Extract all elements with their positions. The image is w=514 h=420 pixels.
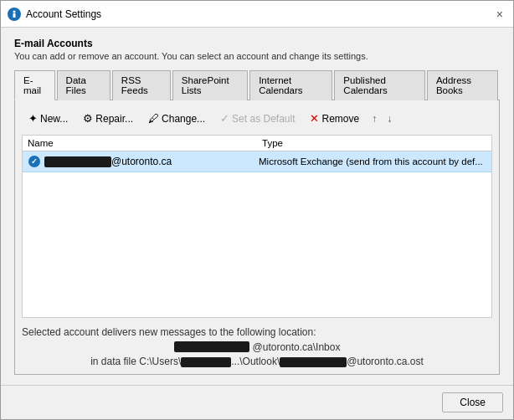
tab-published-calendars[interactable]: Published Calendars: [334, 70, 425, 100]
default-icon: ✓: [220, 112, 229, 125]
move-down-button[interactable]: ↓: [383, 110, 396, 128]
tab-sharepoint-lists[interactable]: SharePoint Lists: [172, 70, 248, 100]
tab-internet-calendars[interactable]: Internet Calendars: [249, 70, 332, 100]
email-tab-panel: ✦ New... ⚙ Repair... 🖊 Change... ✓ Set a…: [14, 100, 500, 375]
delivery-location: @utoronto.ca\Inbox: [22, 341, 492, 353]
remove-button[interactable]: ✕ Remove: [303, 109, 366, 128]
account-settings-dialog: Account Settings × E-mail Accounts You c…: [0, 0, 514, 420]
remove-icon: ✕: [310, 112, 319, 125]
redacted-mailbox: [174, 341, 249, 352]
new-icon: ✦: [28, 112, 38, 125]
set-default-button[interactable]: ✓ Set as Default: [213, 109, 301, 128]
account-type: Microsoft Exchange (send from this accou…: [259, 156, 486, 166]
tab-email[interactable]: E-mail: [14, 70, 55, 100]
redacted-filename: [280, 357, 347, 367]
repair-icon: ⚙: [83, 112, 93, 125]
svg-rect-2: [13, 13, 16, 18]
data-file-path: in data file C:\Users\ ...\Outlook\ @uto…: [22, 356, 492, 367]
main-content: E-mail Accounts You can add or remove an…: [1, 28, 513, 385]
tab-bar: E-mail Data Files RSS Feeds SharePoint L…: [14, 69, 500, 100]
table-row[interactable]: ✓ @utoronto.ca Microsoft Exchange (send …: [23, 151, 491, 172]
dialog-icon: [8, 8, 21, 21]
tab-data-files[interactable]: Data Files: [57, 70, 111, 100]
title-bar: Account Settings ×: [1, 1, 513, 28]
change-icon: 🖊: [148, 112, 159, 125]
column-header-type: Type: [262, 138, 486, 148]
accounts-table: Name Type ✓ @utoronto.ca Microsoft Excha…: [22, 135, 492, 318]
tab-rss-feeds[interactable]: RSS Feeds: [112, 70, 171, 100]
column-header-name: Name: [28, 138, 262, 148]
account-name: @utoronto.ca: [44, 156, 259, 167]
change-button[interactable]: 🖊 Change...: [141, 109, 212, 128]
account-status-icon: ✓: [28, 155, 41, 168]
move-up-button[interactable]: ↑: [368, 110, 381, 128]
repair-button[interactable]: ⚙ Repair...: [76, 109, 140, 128]
accounts-toolbar: ✦ New... ⚙ Repair... 🖊 Change... ✓ Set a…: [22, 107, 492, 130]
delivery-label: Selected account delivers new messages t…: [22, 326, 492, 338]
dialog-title: Account Settings: [26, 8, 493, 20]
table-header: Name Type: [23, 136, 491, 151]
close-icon[interactable]: ×: [493, 8, 506, 20]
close-button[interactable]: Close: [442, 392, 503, 412]
svg-point-1: [13, 10, 16, 13]
check-circle-icon: ✓: [28, 156, 40, 167]
tab-address-books[interactable]: Address Books: [427, 70, 498, 100]
delivery-info: Selected account delivers new messages t…: [22, 326, 492, 367]
redacted-name: [44, 156, 111, 167]
dialog-footer: Close: [1, 385, 513, 419]
section-title: E-mail Accounts: [14, 38, 500, 49]
redacted-username: [181, 357, 231, 367]
section-description: You can add or remove an account. You ca…: [14, 51, 500, 61]
new-button[interactable]: ✦ New...: [22, 109, 75, 128]
